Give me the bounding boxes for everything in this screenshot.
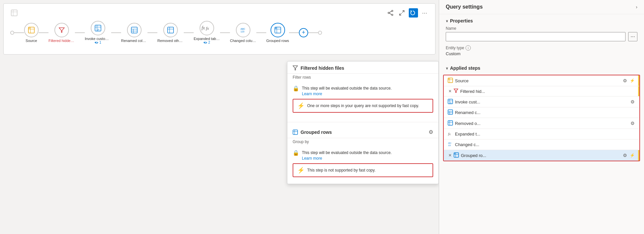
applied-step-changed-name: Changed c... bbox=[455, 142, 635, 147]
svg-text:ABC: ABC bbox=[241, 28, 245, 30]
panel-collapse-button[interactable]: › bbox=[636, 4, 637, 10]
step-node-filtered[interactable]: Filtered hidden fi... bbox=[48, 23, 75, 43]
step-label-grouped: Grouped rows bbox=[266, 39, 289, 43]
name-input[interactable] bbox=[446, 32, 626, 41]
svg-text:123: 123 bbox=[448, 144, 451, 146]
applied-step-source-icon bbox=[448, 78, 453, 84]
flow-start-dot bbox=[10, 31, 14, 35]
step-label-invoke: Invoke custom fu... bbox=[85, 37, 111, 41]
grouped-fastcopy-text: This step is not supported by fast copy. bbox=[307, 168, 375, 173]
applied-step-filtered-icon bbox=[454, 89, 458, 94]
applied-step-invoke-icon: fx bbox=[448, 99, 453, 105]
grouped-fastcopy-button[interactable]: ⚡ bbox=[629, 152, 635, 158]
properties-chevron: ∨ bbox=[446, 19, 448, 23]
connector-line-4 bbox=[147, 32, 157, 33]
grouped-learn-more-link[interactable]: Learn more bbox=[302, 156, 392, 161]
applied-step-grouped-icon bbox=[454, 152, 459, 159]
step-icon-expanded: fx fx bbox=[200, 21, 214, 35]
step-node-invoke[interactable]: fx Invoke custom fu... 1 bbox=[85, 21, 111, 44]
svg-marker-33 bbox=[293, 66, 298, 70]
applied-step-source[interactable]: Source ⚙ ⚡ bbox=[444, 75, 639, 86]
svg-rect-19 bbox=[131, 27, 137, 33]
entity-type-value: Custom bbox=[446, 51, 637, 60]
step-icon-removed bbox=[163, 23, 178, 37]
popup-grouped-settings-icon[interactable]: ⚙ bbox=[429, 129, 433, 135]
filtered-learn-more-link[interactable]: Learn more bbox=[302, 92, 392, 96]
source-fastcopy-button[interactable]: ⚡ bbox=[629, 78, 635, 84]
steps-flow: Source Filtered hidden fi... fx Invoke c… bbox=[10, 21, 429, 46]
refresh-button[interactable] bbox=[409, 8, 418, 18]
step-node-expanded[interactable]: fx fx Expanded table c... 2 bbox=[194, 21, 220, 44]
right-panel: Query settings › ∨ Properties Name ··· E… bbox=[439, 0, 644, 234]
grouped-fastcopy-warning-box: ⚡ This step is not supported by fast cop… bbox=[293, 163, 433, 177]
svg-rect-23 bbox=[168, 27, 174, 33]
step-node-renamed[interactable]: Renamed columns bbox=[121, 23, 147, 43]
svg-text:ABC: ABC bbox=[448, 142, 452, 144]
applied-step-grouped[interactable]: ✕ Grouped ro... ⚙ ⚡ bbox=[444, 150, 639, 161]
share-button[interactable] bbox=[386, 9, 395, 17]
grouped-yellow-bar bbox=[638, 150, 639, 161]
invoke-settings-button[interactable]: ⚙ bbox=[630, 98, 635, 105]
applied-step-changed-icon: ABC123 bbox=[448, 141, 453, 148]
applied-step-invoke-actions: ⚙ bbox=[630, 98, 635, 105]
entity-type-info-icon[interactable]: i bbox=[466, 45, 471, 51]
applied-steps-chevron: ∨ bbox=[446, 66, 448, 70]
applied-step-changed[interactable]: ABC123 Changed c... bbox=[444, 139, 639, 150]
applied-step-expanded[interactable]: fx Expanded t... bbox=[444, 129, 639, 139]
applied-step-expanded-icon: fx bbox=[448, 131, 453, 137]
svg-point-5 bbox=[392, 14, 393, 16]
main-canvas: ⋯ Source Filtered hidden fi... bbox=[0, 0, 439, 234]
removed-settings-button[interactable]: ⚙ bbox=[630, 120, 635, 127]
pipeline-header-left bbox=[10, 9, 18, 17]
step-node-changed[interactable]: ABC123 Changed column... bbox=[230, 23, 256, 43]
connector-line-2 bbox=[75, 32, 85, 33]
name-input-row: ··· bbox=[439, 32, 644, 45]
step-label-removed: Removed other c... bbox=[157, 39, 184, 43]
more-button[interactable]: ⋯ bbox=[421, 9, 429, 18]
applied-step-invoke[interactable]: fx Invoke cust... ⚙ bbox=[444, 97, 639, 107]
filtered-delete-button[interactable]: ✕ bbox=[448, 88, 452, 94]
expand-button[interactable] bbox=[398, 9, 406, 17]
applied-step-source-name: Source bbox=[455, 78, 621, 83]
step-icon-invoke: fx bbox=[91, 21, 105, 35]
applied-step-filtered[interactable]: ✕ Filtered hid... bbox=[444, 86, 639, 97]
popup-filtered-body: 🔒 This step will be evaluated outside th… bbox=[287, 82, 438, 119]
applied-step-renamed-icon bbox=[448, 109, 453, 116]
applied-step-removed-actions: ⚙ bbox=[630, 120, 635, 127]
filtered-yellow-bar bbox=[638, 86, 639, 96]
filtered-lock-icon: 🔒 bbox=[293, 85, 299, 92]
step-icon-filtered bbox=[54, 23, 69, 37]
connector-line-6 bbox=[220, 32, 230, 33]
svg-text:fx: fx bbox=[97, 28, 100, 31]
grouped-settings-button[interactable]: ⚙ bbox=[622, 152, 628, 159]
applied-step-grouped-actions: ⚙ ⚡ bbox=[622, 152, 635, 159]
connector-line-1 bbox=[39, 32, 48, 33]
popup-grouped-body: 🔒 This step will be evaluated outside th… bbox=[287, 147, 438, 184]
applied-step-renamed[interactable]: Renamed c... bbox=[444, 107, 639, 118]
applied-steps-section-header: ∨ Applied steps bbox=[439, 61, 644, 73]
grouped-delete-button[interactable]: ✕ bbox=[448, 152, 452, 158]
popup-filtered-title: Filtered hidden files bbox=[301, 65, 344, 71]
properties-section-header: ∨ Properties bbox=[439, 14, 644, 26]
step-sublabel-invoke: 1 bbox=[95, 41, 101, 44]
name-more-button[interactable]: ··· bbox=[628, 32, 637, 41]
popup-grouped-subtitle: Group by bbox=[287, 138, 438, 147]
popup-filtered-header: Filtered hidden files bbox=[287, 61, 438, 74]
step-node-source[interactable]: Source bbox=[24, 23, 39, 43]
popup-filtered-subtitle: Filter rows bbox=[287, 74, 438, 82]
step-icon-changed: ABC123 bbox=[236, 23, 250, 37]
add-step-button[interactable]: + bbox=[299, 28, 308, 37]
step-node-removed[interactable]: Removed other c... bbox=[157, 23, 184, 43]
filtered-warning-text: This step will be evaluated outside the … bbox=[302, 86, 392, 91]
filtered-fastcopy-text: One or more steps in your query are not … bbox=[307, 103, 419, 108]
connector-line-5 bbox=[184, 32, 194, 33]
applied-step-removed[interactable]: Removed o... ⚙ bbox=[444, 118, 639, 129]
pipeline-container: ⋯ Source Filtered hidden fi... bbox=[3, 3, 435, 55]
grouped-lock-icon: 🔒 bbox=[293, 150, 299, 156]
flow-end-dot bbox=[318, 31, 322, 35]
name-field-label: Name bbox=[439, 26, 644, 32]
source-settings-button[interactable]: ⚙ bbox=[622, 77, 628, 84]
step-node-grouped[interactable]: Grouped rows bbox=[266, 23, 289, 43]
applied-step-source-actions: ⚙ ⚡ bbox=[622, 77, 635, 84]
svg-marker-41 bbox=[454, 89, 458, 93]
